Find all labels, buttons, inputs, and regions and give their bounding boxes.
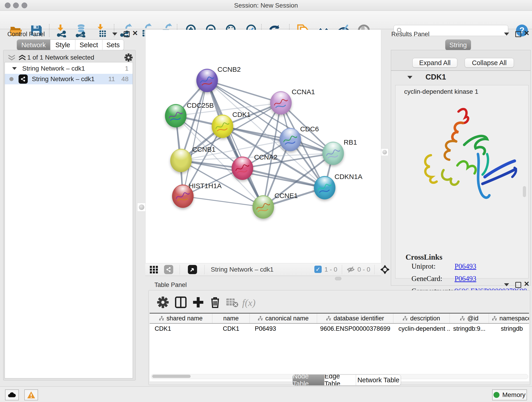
network-node-cdc25b[interactable]	[165, 104, 186, 128]
crosslink-link[interactable]: P06493	[455, 262, 476, 270]
column-header-label: name	[223, 315, 239, 322]
tab-edge-table[interactable]: Edge Table	[324, 375, 356, 385]
column-header-database-identifier[interactable]: database identifier	[317, 313, 393, 323]
network-node-ccna2[interactable]	[232, 157, 253, 180]
column-header-label: database identifier	[334, 315, 384, 322]
tab-sets[interactable]: Sets	[102, 40, 124, 50]
collection-count: 1	[125, 65, 128, 72]
table-cell[interactable]: CDK1	[150, 324, 212, 334]
network-row-selected[interactable]: String Network – cdk1 11 48	[5, 74, 133, 84]
selected-checkbox[interactable]: ✓	[314, 266, 322, 273]
protein-squiggle-icon	[196, 69, 218, 92]
hidden-eye-icon[interactable]	[347, 266, 355, 273]
node-gloss	[173, 150, 189, 160]
warning-button[interactable]	[24, 389, 38, 400]
node-label-rb1: RB1	[344, 138, 357, 146]
section-expander-icon[interactable]	[407, 76, 412, 79]
network-node-ccnb1[interactable]	[170, 149, 192, 172]
panel-float-icon[interactable]	[515, 282, 521, 288]
network-node-ccne1[interactable]	[253, 195, 274, 219]
column-header-description[interactable]: description	[393, 313, 450, 323]
table-cell[interactable]: CDK1	[212, 324, 250, 334]
hidden-count: 0 - 0	[357, 266, 370, 273]
hscrollbar-thumb[interactable]	[152, 375, 191, 378]
tab-node-table[interactable]: Node Table	[293, 375, 324, 385]
table-cell[interactable]: stringdb:9...	[450, 324, 489, 334]
column-header-name[interactable]: name	[212, 313, 250, 323]
table-row[interactable]: CDK1CDK1P064939606.ENSP00000378699cyclin…	[150, 324, 529, 334]
panel-float-icon[interactable]	[515, 31, 521, 37]
column-type-icon	[258, 316, 263, 321]
left-splitter-handle[interactable]	[137, 203, 146, 211]
crosslinks-title: CrossLinks	[405, 253, 443, 262]
splitter-grip[interactable]	[335, 277, 341, 280]
memory-button[interactable]: Memory	[492, 389, 527, 400]
toolbar-separator	[342, 265, 342, 274]
share-view-icon[interactable]	[164, 265, 173, 274]
tab-network[interactable]: Network	[17, 40, 50, 50]
protein-squiggle-icon	[253, 195, 274, 219]
column-header-label: namespace	[500, 315, 529, 322]
tab-string[interactable]: String	[445, 40, 471, 50]
results-panel: Results Panel ✕ String Expand All Collap…	[387, 30, 532, 287]
toolbar-separator	[180, 265, 180, 274]
column-type-icon	[492, 316, 497, 321]
network-node-ccnb2[interactable]	[196, 69, 218, 92]
column-header-canonical-name[interactable]: canonical name	[250, 313, 317, 323]
external-window-icon[interactable]	[188, 265, 197, 274]
panel-float-icon[interactable]	[124, 31, 130, 37]
tab-network-table[interactable]: Network Table	[356, 375, 401, 385]
panel-close-icon[interactable]: ✕	[132, 31, 138, 36]
network-view-canvas[interactable]: CCNB2CCNA1CDC25BCDK1CDC6RB1CCNB1CCNA2CDK…	[145, 30, 381, 263]
node-label-ccna2: CCNA2	[254, 153, 278, 161]
memory-status-icon	[494, 392, 500, 398]
current-network-dot-icon	[9, 77, 13, 81]
gene-name: CDK1	[425, 73, 446, 81]
trash-icon[interactable]	[209, 296, 222, 309]
network-nodes-layer: CCNB2CCNA1CDC25BCDK1CDC6RB1CCNB1CCNA2CDK…	[146, 30, 381, 263]
crosslink-label: Uniprot:	[412, 262, 436, 270]
tab-select[interactable]: Select	[75, 40, 102, 50]
column-header--id[interactable]: @id	[450, 313, 489, 323]
table-cell[interactable]: stringdb	[489, 324, 529, 334]
cloud-button[interactable]	[5, 389, 19, 400]
table-cell[interactable]: cyclin-dependent ...	[393, 324, 450, 334]
panel-menu-icon[interactable]	[504, 32, 509, 36]
control-panel-title: Control Panel	[7, 31, 45, 38]
columns-icon[interactable]	[174, 296, 187, 309]
network-node-rb1[interactable]	[322, 142, 344, 165]
control-panel-tabs: NetworkStyleSelectSets	[17, 39, 124, 51]
add-column-icon[interactable]	[192, 296, 205, 309]
column-type-icon	[403, 316, 408, 321]
panel-menu-icon[interactable]	[504, 283, 509, 286]
results-panel-title: Results Panel	[391, 31, 430, 38]
column-header-shared-name[interactable]: shared name	[150, 313, 212, 323]
protein-squiggle-icon	[232, 157, 253, 180]
panel-menu-icon[interactable]	[112, 32, 117, 36]
application-window: Session: New Session	[0, 0, 532, 402]
collection-expander-icon[interactable]	[12, 67, 17, 70]
delete-table-icon[interactable]	[226, 296, 239, 309]
network-collection-row[interactable]: String Network – cdk1 1	[5, 63, 133, 74]
tab-style[interactable]: Style	[50, 40, 75, 50]
expand-all-button[interactable]: Expand All	[412, 58, 457, 68]
table-cell[interactable]: 9606.ENSP00000378699	[317, 324, 393, 334]
network-node-ccna1[interactable]	[270, 91, 292, 115]
network-node-cdc6[interactable]	[279, 128, 301, 151]
panel-close-icon[interactable]: ✕	[524, 281, 530, 287]
column-type-icon	[326, 316, 331, 321]
network-node-cdkn1a[interactable]	[314, 176, 336, 199]
network-selected-status: 1 of 1 Network selected	[3, 54, 118, 61]
collapse-all-button[interactable]: Collapse All	[465, 58, 514, 68]
gear-icon[interactable]	[157, 296, 169, 309]
network-edge-count: 48	[121, 75, 128, 83]
grid-view-icon[interactable]	[150, 266, 158, 274]
memory-label: Memory	[502, 391, 525, 399]
table-header-row: shared namenamecanonical namedatabase id…	[150, 313, 529, 324]
panel-close-icon[interactable]: ✕	[524, 31, 530, 36]
network-node-cdk1[interactable]	[212, 115, 233, 138]
gear-icon[interactable]	[124, 53, 133, 62]
results-scrollbar-thumb[interactable]	[523, 186, 526, 197]
column-header-namespace[interactable]: namespace	[489, 313, 529, 323]
table-cell[interactable]: P06493	[250, 324, 317, 334]
